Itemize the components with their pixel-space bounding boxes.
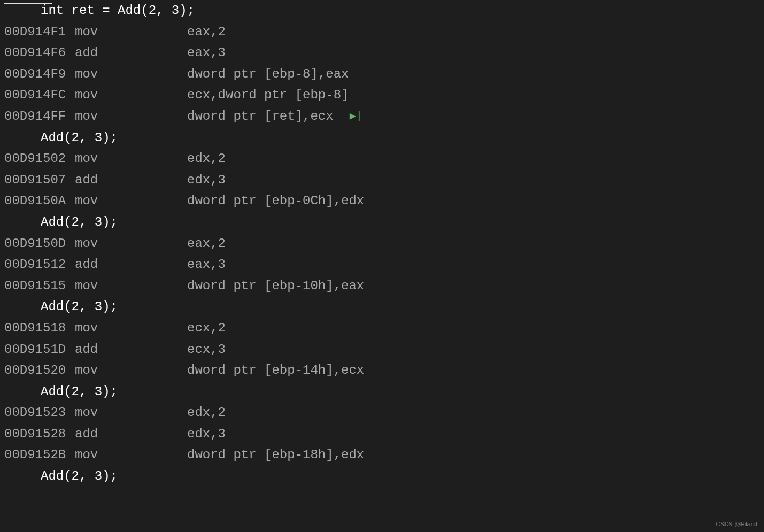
asm-line[interactable]: 00D914FFmovdword ptr [ret],ecx▶| <box>0 106 764 127</box>
mnemonic: add <box>75 42 187 64</box>
mnemonic: mov <box>75 444 187 466</box>
source-text: int ret = Add(2, 3); <box>0 0 195 21</box>
operand: dword ptr [ebp-10h],eax <box>187 275 364 297</box>
operand: dword ptr [ebp-8],eax <box>187 64 349 85</box>
operand: ecx,dword ptr [ebp-8] <box>187 84 349 106</box>
operand: dword ptr [ebp-0Ch],edx <box>187 190 364 212</box>
asm-line[interactable]: 00D914F1moveax,2 <box>0 21 764 43</box>
mnemonic: mov <box>75 64 187 85</box>
mnemonic: mov <box>75 84 187 106</box>
operand: edx,3 <box>187 423 226 445</box>
operand: dword ptr [ret],ecx <box>187 106 334 127</box>
asm-line[interactable]: 00D91528addedx,3 <box>0 423 764 445</box>
operand: eax,3 <box>187 254 226 275</box>
mnemonic: mov <box>75 190 187 212</box>
mnemonic: add <box>75 254 187 275</box>
mnemonic: mov <box>75 402 187 423</box>
asm-line[interactable]: 00D91512addeax,3 <box>0 254 764 275</box>
operand: edx,2 <box>187 148 226 169</box>
asm-line[interactable]: 00D9150Dmoveax,2 <box>0 233 764 255</box>
asm-line[interactable]: 00D91515movdword ptr [ebp-10h],eax <box>0 275 764 297</box>
execution-pointer-icon: ▶| <box>350 107 362 125</box>
source-text: Add(2, 3); <box>0 381 118 403</box>
asm-line[interactable]: 00D9150Amovdword ptr [ebp-0Ch],edx <box>0 190 764 212</box>
asm-line[interactable]: 00D91520movdword ptr [ebp-14h],ecx <box>0 360 764 381</box>
mnemonic: mov <box>75 148 187 169</box>
mnemonic: mov <box>75 275 187 297</box>
asm-line[interactable]: 00D91523movedx,2 <box>0 402 764 423</box>
source-line[interactable]: Add(2, 3); <box>0 466 764 487</box>
mnemonic: mov <box>75 233 187 255</box>
operand: eax,2 <box>187 21 226 43</box>
operand: eax,3 <box>187 42 226 64</box>
source-line[interactable]: int ret = Add(2, 3); <box>0 0 764 21</box>
address: 00D914F9 <box>0 64 75 85</box>
source-line[interactable]: Add(2, 3); <box>0 381 764 403</box>
asm-line[interactable]: 00D91502movedx,2 <box>0 148 764 169</box>
asm-line[interactable]: 00D9152Bmovdword ptr [ebp-18h],edx <box>0 444 764 466</box>
address: 00D91502 <box>0 148 75 169</box>
source-line[interactable]: Add(2, 3); <box>0 127 764 149</box>
address: 00D91520 <box>0 360 75 381</box>
address: 00D91515 <box>0 275 75 297</box>
operand: edx,2 <box>187 402 226 423</box>
mnemonic: add <box>75 423 187 445</box>
address: 00D91507 <box>0 169 75 191</box>
source-text: Add(2, 3); <box>0 466 118 487</box>
address: 00D9152B <box>0 444 75 466</box>
disassembly-view[interactable]: int ret = Add(2, 3);00D914F1moveax,200D9… <box>0 0 764 487</box>
address: 00D914F6 <box>0 42 75 64</box>
source-text: Add(2, 3); <box>0 127 118 149</box>
mnemonic: mov <box>75 21 187 43</box>
operand: edx,3 <box>187 169 226 191</box>
operand: eax,2 <box>187 233 226 255</box>
operand: dword ptr [ebp-18h],edx <box>187 444 364 466</box>
asm-line[interactable]: 00D914FCmovecx,dword ptr [ebp-8] <box>0 84 764 106</box>
source-line[interactable]: Add(2, 3); <box>0 212 764 233</box>
address: 00D9150A <box>0 190 75 212</box>
source-line[interactable]: Add(2, 3); <box>0 296 764 318</box>
asm-line[interactable]: 00D91507addedx,3 <box>0 169 764 191</box>
source-text: Add(2, 3); <box>0 296 118 318</box>
operand: ecx,3 <box>187 339 226 360</box>
operand: ecx,2 <box>187 318 226 339</box>
address: 00D91512 <box>0 254 75 275</box>
mnemonic: mov <box>75 318 187 339</box>
address: 00D914FC <box>0 84 75 106</box>
address: 00D914F1 <box>0 21 75 43</box>
address: 00D91523 <box>0 402 75 423</box>
address: 00D91528 <box>0 423 75 445</box>
mnemonic: mov <box>75 360 187 381</box>
asm-line[interactable]: 00D914F9movdword ptr [ebp-8],eax <box>0 64 764 85</box>
mnemonic: add <box>75 339 187 360</box>
asm-line[interactable]: 00D91518movecx,2 <box>0 318 764 339</box>
mnemonic: mov <box>75 106 187 127</box>
watermark-text: CSDN @Hiland. <box>716 519 759 529</box>
address: 00D9150D <box>0 233 75 255</box>
operand: dword ptr [ebp-14h],ecx <box>187 360 364 381</box>
asm-line[interactable]: 00D9151Daddecx,3 <box>0 339 764 360</box>
asm-line[interactable]: 00D914F6addeax,3 <box>0 42 764 64</box>
mnemonic: add <box>75 169 187 191</box>
address: 00D914FF <box>0 106 75 127</box>
source-text: Add(2, 3); <box>0 212 118 233</box>
address: 00D9151D <box>0 339 75 360</box>
address: 00D91518 <box>0 318 75 339</box>
